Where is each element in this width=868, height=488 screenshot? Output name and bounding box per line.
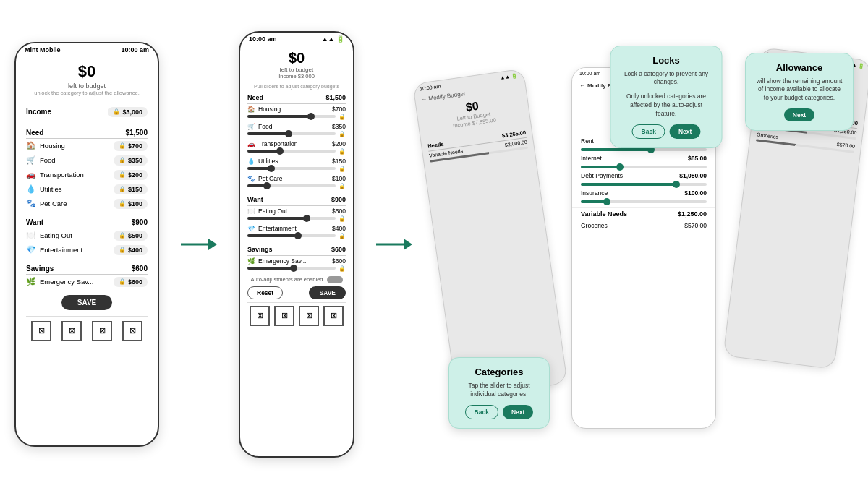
cat-row-housing: 🏠Housing 🔒$700 — [26, 139, 148, 153]
allowance-next-btn[interactable]: Next — [784, 108, 814, 121]
nav-icon-3[interactable]: ⊠ — [92, 321, 112, 341]
lock-housing: 🔒 — [339, 114, 346, 120]
entertainment-icon: 💎 — [26, 245, 36, 254]
unlock-hint: unlock the category to adjust the allowa… — [26, 90, 148, 96]
left-to-budget-2: left to budget — [247, 67, 346, 73]
locks-tooltip-btns: Back Next — [621, 124, 712, 139]
lock-entertainment: 🔒 — [339, 233, 346, 239]
slider-eating[interactable] — [247, 217, 336, 220]
save-button[interactable]: SAVE — [61, 295, 113, 310]
main-insurance-row: Insurance $100.00 — [581, 187, 707, 199]
slider-petcare[interactable] — [247, 184, 336, 187]
locks-tooltip-text2: Only unlocked categories are affected by… — [621, 93, 712, 119]
utilities-icon: 💧 — [26, 184, 36, 194]
nav2-icon-1[interactable]: ⊠ — [250, 306, 270, 326]
nav2-icon-4[interactable]: ⊠ — [323, 306, 344, 326]
cat-row-petcare: 🐾Pet Care 🔒$100 — [26, 197, 148, 211]
allowance-tooltip-text: will show the remaining amount of income… — [756, 77, 843, 103]
nav-icon-1[interactable]: ⊠ — [31, 321, 51, 341]
lock-transport: 🔒 — [339, 148, 346, 155]
entertainment-value: 🔒$400 — [114, 245, 148, 255]
tooltip-locks: Locks Lock a category to prevent any cha… — [610, 46, 723, 148]
locks-back-btn[interactable]: Back — [632, 124, 665, 139]
status-bar-1: Mint Mobile 10:00 am — [16, 43, 158, 56]
cat-row-food: 🛒Food 🔒$350 — [26, 153, 148, 168]
eating-out-icon: 🍽️ — [26, 231, 36, 240]
categories-tooltip-text: Tap the slider to adjust individual cate… — [459, 382, 539, 399]
p2-cat-eating: 🍽️Eating Out $500 🔒 — [247, 206, 346, 223]
cat-row-transportation: 🚗Transportation 🔒$200 — [26, 168, 148, 182]
p2-cat-utilities: 💧Utilities $150 🔒 — [247, 156, 346, 174]
locks-next-btn[interactable]: Next — [670, 124, 700, 139]
p2-cat-entertainment: 💎Entertainment $400 🔒 — [247, 223, 346, 241]
categories-tooltip-title: Categories — [459, 367, 539, 377]
nav2-icon-3[interactable]: ⊠ — [299, 306, 319, 326]
p2-cat-transport: 🚗Transportation $200 🔒 — [247, 139, 346, 156]
phone1-header: $0 left to budget unlock the category to… — [26, 62, 148, 96]
bottom-nav-1: ⊠ ⊠ ⊠ ⊠ — [26, 316, 148, 346]
slider-utilities[interactable] — [247, 167, 336, 170]
arrow-right-icon — [181, 237, 217, 252]
allowance-tooltip-title: Allowance — [756, 62, 843, 73]
time-label: 10:00 am — [121, 46, 149, 53]
arrow-right-icon-2 — [376, 237, 412, 252]
main-internet-row: Internet $85.00 — [581, 153, 707, 164]
signal-label-2: ▲▲ 🔋 — [322, 35, 344, 43]
p2-action-btns: Reset SAVE — [247, 286, 346, 299]
phone2-screen: $0 left to budget Income $3,000 Pull sli… — [240, 46, 353, 442]
slider-transport[interactable] — [247, 150, 336, 153]
need-section-header: Need $1,500 — [26, 126, 148, 139]
amount-display-2: $0 — [247, 50, 346, 67]
transport-icon: 🚗 — [26, 170, 36, 179]
reset-button[interactable]: Reset — [247, 286, 283, 299]
categories-back-btn[interactable]: Back — [465, 405, 498, 419]
emergency-icon: 🌿 — [26, 277, 36, 286]
back-chevron-icon: ← — [579, 82, 585, 89]
phone-2: 10:00 am ▲▲ 🔋 $0 left to budget Income $… — [239, 31, 354, 458]
petcare-value: 🔒$100 — [114, 199, 148, 209]
income-value: 🔒 $3,000 — [108, 107, 148, 117]
slider-debt[interactable] — [581, 183, 707, 186]
slider-housing[interactable] — [247, 115, 336, 118]
locks-tooltip-title: Locks — [621, 55, 712, 66]
slider-insurance[interactable] — [581, 200, 707, 203]
auto-adjust-label: Auto-adjustments are enabled — [247, 276, 346, 283]
lock-icon: 🔒 — [113, 108, 120, 115]
auto-adjust-toggle[interactable] — [327, 276, 343, 283]
food-value: 🔒$350 — [114, 155, 148, 166]
p2-cat-housing: 🏠Housing $700 🔒 — [247, 104, 346, 121]
save-button-2[interactable]: SAVE — [309, 286, 346, 299]
time-label-2: 10:00 am — [249, 35, 277, 43]
slider-rent[interactable] — [581, 148, 707, 151]
nav-icon-4[interactable]: ⊠ — [122, 321, 142, 341]
phone2-header: $0 left to budget Income $3,000 — [247, 50, 346, 80]
p2-need-header: Need $1,500 — [247, 92, 346, 104]
groceries-row: Groceries $570.00 — [581, 220, 707, 231]
variable-needs-row: Variable Needs $1,250.00 — [581, 208, 707, 220]
locks-tooltip-text1: Lock a category to prevent any changes. — [621, 70, 712, 87]
petcare-icon: 🐾 — [26, 199, 36, 208]
p2-cat-emergency: 🌿Emergency Sav... $600 🔒 — [247, 256, 346, 273]
slider-internet[interactable] — [581, 166, 707, 168]
lock-petcare: 🔒 — [339, 183, 346, 189]
back-card-left: 10:00 am ▲▲ 🔋 ← Modify Budget $0 Left to… — [412, 68, 568, 398]
slider-food[interactable] — [247, 132, 336, 135]
savings-section-header: Savings $600 — [26, 262, 148, 275]
housing-value: 🔒$700 — [114, 141, 148, 151]
income-row: Income 🔒 $3,000 — [26, 103, 148, 121]
slider-emergency[interactable] — [247, 267, 336, 270]
emergency-value: 🔒$600 — [114, 277, 148, 287]
arrow-2 — [376, 237, 412, 252]
p2-cat-petcare: 🐾Pet Care $100 🔒 — [247, 174, 346, 191]
lock-eating: 🔒 — [339, 215, 346, 222]
eating-out-value: 🔒$500 — [114, 231, 148, 241]
nav-icon-2[interactable]: ⊠ — [61, 321, 82, 341]
slider-entertainment[interactable] — [247, 234, 336, 237]
phone-1: Mint Mobile 10:00 am $0 left to budget u… — [14, 42, 159, 447]
cat-row-entertainment: 💎Entertainment 🔒$400 — [26, 243, 148, 257]
food-icon: 🛒 — [26, 155, 36, 165]
nav2-icon-2[interactable]: ⊠ — [274, 306, 294, 326]
categories-next-btn[interactable]: Next — [503, 405, 533, 419]
lock-emergency: 🔒 — [339, 265, 346, 272]
arrow-1 — [181, 237, 217, 252]
